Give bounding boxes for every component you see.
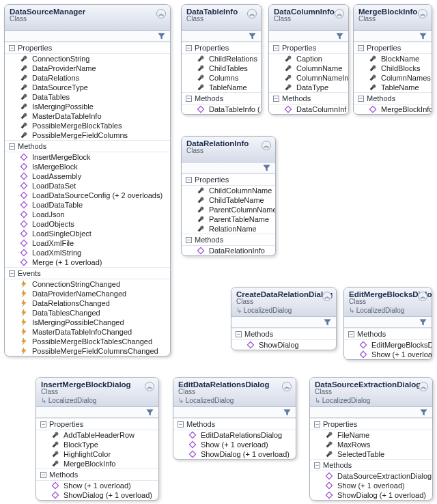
member-item[interactable]: FileName [310, 430, 432, 440]
card-header[interactable]: DataRelationInfoClass︽ [182, 137, 275, 163]
class-card-embd[interactable]: EditMergeBlocksDialogClassLocalizedDialo… [343, 287, 432, 360]
collapse-icon[interactable]: ︽ [418, 9, 427, 18]
member-item[interactable]: Show (+ 1 overload) [344, 350, 432, 359]
member-item[interactable]: IsMergingPossible [5, 102, 170, 111]
section-properties[interactable]: −Properties [182, 42, 261, 54]
member-item[interactable]: InsertMergeBlock [5, 152, 170, 162]
filter-row[interactable] [173, 407, 296, 418]
section-methods[interactable]: −Methods [231, 328, 336, 340]
member-item[interactable]: MasterDataTableInfoChanged [5, 327, 170, 337]
collapse-icon[interactable]: ︽ [419, 382, 428, 391]
member-item[interactable]: Merge (+ 1 overload) [5, 257, 170, 267]
member-item[interactable]: DataType [269, 83, 348, 92]
collapse-icon[interactable]: ︽ [322, 292, 332, 301]
member-item[interactable]: ParentColumnName [182, 205, 275, 214]
member-item[interactable]: TableName [182, 83, 261, 92]
member-item[interactable]: EditMergeBlocksDialog [344, 340, 432, 350]
member-item[interactable]: DataSourceExtractionDialog [310, 471, 432, 481]
member-item[interactable]: DataProviderNameChanged [5, 289, 170, 298]
member-item[interactable]: ColumnName [269, 64, 348, 73]
member-item[interactable]: PossibleMergeBlockTables [5, 121, 170, 130]
section-properties[interactable]: −Properties [310, 418, 432, 430]
member-item[interactable]: ChildRelations [182, 54, 261, 64]
member-item[interactable]: LoadXmlString [5, 248, 170, 257]
member-item[interactable]: Columns [182, 73, 261, 83]
member-item[interactable]: ParentTableName [182, 214, 275, 224]
member-item[interactable]: DataRelations [5, 73, 170, 83]
collapse-icon[interactable]: ︽ [262, 141, 271, 150]
section-properties[interactable]: −Properties [269, 42, 348, 54]
class-card-dsed[interactable]: DataSourceExtractionDialogClassLocalized… [309, 377, 433, 501]
member-item[interactable]: DataTablesChanged [5, 308, 170, 318]
card-header[interactable]: EditDataRelationsDialogClassLocalizedDia… [173, 378, 296, 407]
member-item[interactable]: ConnectionString [5, 54, 170, 64]
member-item[interactable]: DataProviderName [5, 64, 170, 73]
member-item[interactable]: DataTables [5, 92, 170, 102]
card-header[interactable]: DataSourceExtractionDialogClassLocalized… [310, 378, 432, 407]
section-properties[interactable]: −Properties [5, 42, 170, 54]
section-events[interactable]: −Events [5, 267, 170, 279]
filter-row[interactable] [269, 31, 348, 42]
member-item[interactable]: EditDataRelationsDialog [173, 430, 296, 440]
member-item[interactable]: RelationName [182, 224, 275, 234]
member-item[interactable]: DataTableInfo ( ... [182, 104, 261, 114]
filter-row[interactable] [182, 31, 261, 42]
section-methods[interactable]: −Methods [344, 328, 432, 340]
filter-row[interactable] [36, 407, 158, 418]
card-header[interactable]: MergeBlockInfoClass︽ [354, 5, 432, 31]
member-item[interactable]: MaxRows [310, 440, 432, 449]
card-header[interactable]: DataSourceManagerClass︽ [5, 5, 170, 31]
section-methods[interactable]: −Methods [182, 92, 261, 104]
class-card-cdrd[interactable]: CreateDataRelationDialogClassLocalizedDi… [231, 287, 337, 350]
filter-row[interactable] [182, 163, 275, 173]
member-item[interactable]: LoadDataTable [5, 200, 170, 210]
collapse-icon[interactable]: ︽ [282, 382, 292, 391]
collapse-icon[interactable]: ︽ [145, 382, 154, 391]
collapse-icon[interactable]: ︽ [335, 9, 344, 18]
member-item[interactable]: LoadSingleObject [5, 229, 170, 238]
member-item[interactable]: TableName [354, 83, 432, 92]
class-card-dri[interactable]: DataRelationInfoClass︽−PropertiesChildCo… [181, 136, 276, 256]
member-item[interactable]: SelectedTable [310, 449, 432, 459]
member-item[interactable]: ShowDialog (+ 1 overload) [173, 449, 296, 459]
member-item[interactable]: ColumnNameInfo [269, 73, 348, 83]
member-item[interactable]: Show (+ 1 overload) [36, 481, 158, 490]
member-item[interactable]: AddTableHeaderRow [36, 430, 158, 440]
member-item[interactable]: ColumnNames [354, 73, 432, 83]
filter-row[interactable] [354, 31, 432, 42]
member-item[interactable]: ChildTables [182, 64, 261, 73]
member-item[interactable]: ShowDialog (+ 1 overload) [310, 490, 432, 500]
member-item[interactable]: Caption [269, 54, 348, 64]
section-properties[interactable]: −Properties [182, 173, 275, 186]
class-card-dsm[interactable]: DataSourceManagerClass︽−PropertiesConnec… [4, 4, 171, 356]
section-properties[interactable]: −Properties [36, 418, 158, 430]
section-methods[interactable]: −Methods [269, 92, 348, 104]
member-item[interactable]: ChildTableName [182, 195, 275, 205]
member-item[interactable]: PossibleMergeBlockTablesChanged [5, 337, 170, 346]
member-item[interactable]: BlockType [36, 440, 158, 449]
member-item[interactable]: BlockName [354, 54, 432, 64]
member-item[interactable]: IsMergeBlock [5, 162, 170, 171]
member-item[interactable]: DataRelationsChanged [5, 298, 170, 308]
member-item[interactable]: Show (+ 1 overload) [310, 481, 432, 490]
section-methods[interactable]: −Methods [173, 418, 296, 430]
member-item[interactable]: MergeBlockInfo [36, 459, 158, 468]
card-header[interactable]: DataTableInfoClass︽ [182, 5, 261, 31]
member-item[interactable]: LoadDataSet [5, 181, 170, 191]
member-item[interactable]: HighlightColor [36, 449, 158, 459]
member-item[interactable]: IsMergingPossibleChanged [5, 318, 170, 327]
member-item[interactable]: PossibleMergeFieldColumns [5, 130, 170, 140]
member-item[interactable]: LoadJson [5, 210, 170, 219]
card-header[interactable]: DataColumnInfoClass︽ [269, 5, 348, 31]
member-item[interactable]: LoadObjects [5, 219, 170, 229]
class-card-dti[interactable]: DataTableInfoClass︽−PropertiesChildRelat… [181, 4, 262, 115]
filter-row[interactable] [5, 31, 170, 42]
class-card-edrd[interactable]: EditDataRelationsDialogClassLocalizedDia… [173, 377, 296, 460]
filter-row[interactable] [231, 317, 336, 328]
filter-row[interactable] [344, 317, 432, 328]
class-card-imbd[interactable]: InsertMergeBlockDialogClassLocalizedDial… [36, 377, 159, 501]
card-header[interactable]: InsertMergeBlockDialogClassLocalizedDial… [36, 378, 158, 407]
class-card-dci[interactable]: DataColumnInfoClass︽−PropertiesCaptionCo… [268, 4, 349, 115]
member-item[interactable]: DataColumnInf ... [269, 104, 348, 114]
section-methods[interactable]: −Methods [36, 468, 158, 481]
